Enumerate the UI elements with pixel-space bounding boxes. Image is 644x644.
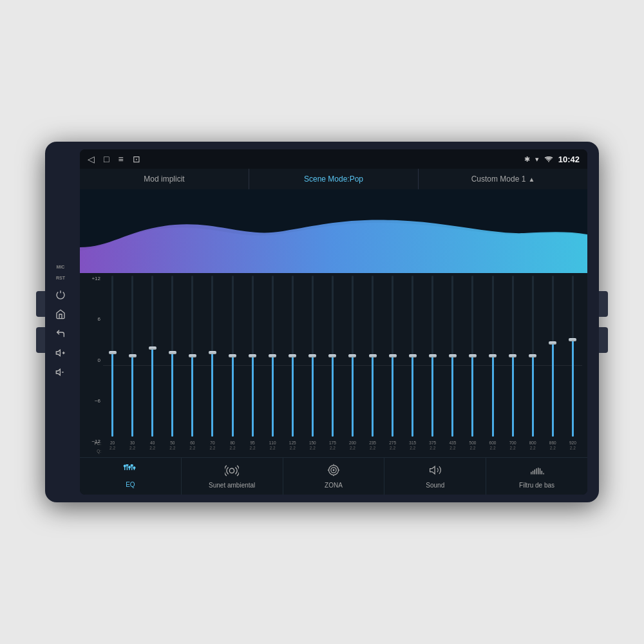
slider-col-30[interactable]: [123, 276, 142, 437]
slider-track-30[interactable]: [131, 276, 133, 437]
slider-col-500[interactable]: [463, 276, 482, 437]
slider-col-800[interactable]: [524, 276, 542, 437]
slider-thumb-40[interactable]: [149, 346, 156, 350]
slider-thumb-60[interactable]: [189, 354, 196, 357]
slider-track-80[interactable]: [232, 276, 234, 437]
slider-col-50[interactable]: [163, 276, 182, 437]
slider-track-375[interactable]: [431, 276, 433, 437]
slider-thumb-920[interactable]: [569, 338, 576, 341]
mode-custom[interactable]: Custom Mode 1 ▲: [419, 169, 587, 189]
fc-label-150: 150: [309, 440, 316, 446]
slider-track-95[interactable]: [252, 276, 254, 437]
back-icon[interactable]: [53, 327, 68, 341]
mode-scene[interactable]: Scene Mode:Pop: [249, 169, 419, 189]
slider-track-600[interactable]: [492, 276, 494, 437]
slider-track-860[interactable]: [552, 276, 554, 437]
slider-fill-920: [572, 340, 574, 437]
screenshot-nav-icon[interactable]: ⊡: [133, 154, 140, 164]
slider-track-800[interactable]: [532, 276, 534, 437]
slider-track-920[interactable]: [572, 276, 574, 437]
slider-thumb-800[interactable]: [529, 354, 536, 357]
slider-thumb-20[interactable]: [109, 351, 117, 354]
slider-track-150[interactable]: [312, 276, 314, 437]
slider-track-40[interactable]: [151, 276, 153, 437]
volume-icon: [428, 464, 442, 480]
slider-thumb-95[interactable]: [249, 354, 256, 357]
tab-sunet[interactable]: Sunet ambiental: [182, 458, 283, 495]
home-icon[interactable]: [53, 307, 68, 321]
slider-thumb-700[interactable]: [509, 354, 516, 357]
menu-nav-icon[interactable]: ≡: [118, 154, 123, 164]
side-btn-4[interactable]: [599, 327, 608, 353]
slider-col-200[interactable]: [343, 276, 362, 437]
tab-filtru[interactable]: Filtru de bas: [486, 458, 587, 495]
slider-track-60[interactable]: [191, 276, 193, 437]
mode-implicit[interactable]: Mod implicit: [80, 169, 249, 189]
back-nav-icon[interactable]: ◁: [88, 154, 95, 164]
slider-track-70[interactable]: [211, 276, 213, 437]
slider-thumb-235[interactable]: [369, 354, 377, 357]
slider-track-50[interactable]: [171, 276, 173, 437]
side-btn-1[interactable]: [36, 291, 45, 317]
slider-track-435[interactable]: [451, 276, 453, 437]
freq-label-col-375: 3752.2: [423, 439, 442, 455]
bars-icon: [530, 464, 544, 480]
slider-track-700[interactable]: [512, 276, 514, 437]
slider-col-95[interactable]: [243, 276, 262, 437]
slider-thumb-50[interactable]: [169, 351, 176, 354]
vol-up-icon[interactable]: [53, 346, 68, 360]
slider-track-500[interactable]: [471, 276, 473, 437]
slider-col-600[interactable]: [483, 276, 502, 437]
side-btn-2[interactable]: [36, 327, 45, 353]
slider-col-80[interactable]: [223, 276, 242, 437]
slider-col-40[interactable]: [143, 276, 162, 437]
slider-track-110[interactable]: [272, 276, 274, 437]
slider-track-20[interactable]: [111, 276, 113, 437]
slider-col-60[interactable]: [183, 276, 202, 437]
slider-track-125[interactable]: [292, 276, 294, 437]
tab-zona[interactable]: ZONA: [283, 458, 385, 495]
slider-thumb-80[interactable]: [229, 354, 236, 357]
slider-col-235[interactable]: [363, 276, 382, 437]
home-nav-icon[interactable]: □: [104, 154, 109, 164]
vol-down-icon[interactable]: [53, 365, 68, 379]
tab-sound[interactable]: Sound: [384, 458, 486, 495]
power-icon[interactable]: [53, 288, 68, 302]
slider-col-315[interactable]: [403, 276, 422, 437]
slider-thumb-315[interactable]: [409, 354, 417, 357]
slider-col-110[interactable]: [263, 276, 282, 437]
slider-col-150[interactable]: [303, 276, 322, 437]
slider-thumb-600[interactable]: [489, 354, 497, 357]
slider-track-275[interactable]: [392, 276, 393, 437]
slider-thumb-200[interactable]: [348, 354, 356, 357]
slider-col-20[interactable]: [103, 276, 122, 437]
slider-col-275[interactable]: [383, 276, 402, 437]
slider-col-175[interactable]: [323, 276, 342, 437]
slider-thumb-860[interactable]: [549, 341, 556, 345]
slider-col-700[interactable]: [504, 276, 522, 437]
slider-col-375[interactable]: [423, 276, 442, 437]
slider-thumb-150[interactable]: [308, 354, 316, 357]
side-btn-3[interactable]: [599, 291, 608, 317]
slider-thumb-175[interactable]: [328, 354, 336, 357]
slider-thumb-435[interactable]: [449, 354, 457, 357]
slider-thumb-275[interactable]: [389, 354, 397, 357]
slider-thumb-70[interactable]: [209, 351, 216, 354]
slider-track-315[interactable]: [412, 276, 413, 437]
slider-thumb-375[interactable]: [429, 354, 437, 357]
slider-col-860[interactable]: [544, 276, 562, 437]
tab-eq[interactable]: EQ: [80, 458, 182, 495]
slider-col-125[interactable]: [283, 276, 302, 437]
slider-track-235[interactable]: [372, 276, 374, 437]
slider-thumb-30[interactable]: [129, 354, 137, 357]
slider-thumb-125[interactable]: [289, 354, 296, 357]
slider-col-920[interactable]: [564, 276, 582, 437]
slider-col-435[interactable]: [443, 276, 462, 437]
slider-track-175[interactable]: [332, 276, 334, 437]
slider-thumb-500[interactable]: [469, 354, 477, 357]
slider-col-70[interactable]: [203, 276, 222, 437]
slider-thumb-110[interactable]: [269, 354, 276, 357]
slider-track-200[interactable]: [352, 276, 354, 437]
q-label-60: 2.2: [189, 446, 195, 451]
fc-label-70: 70: [210, 440, 214, 446]
